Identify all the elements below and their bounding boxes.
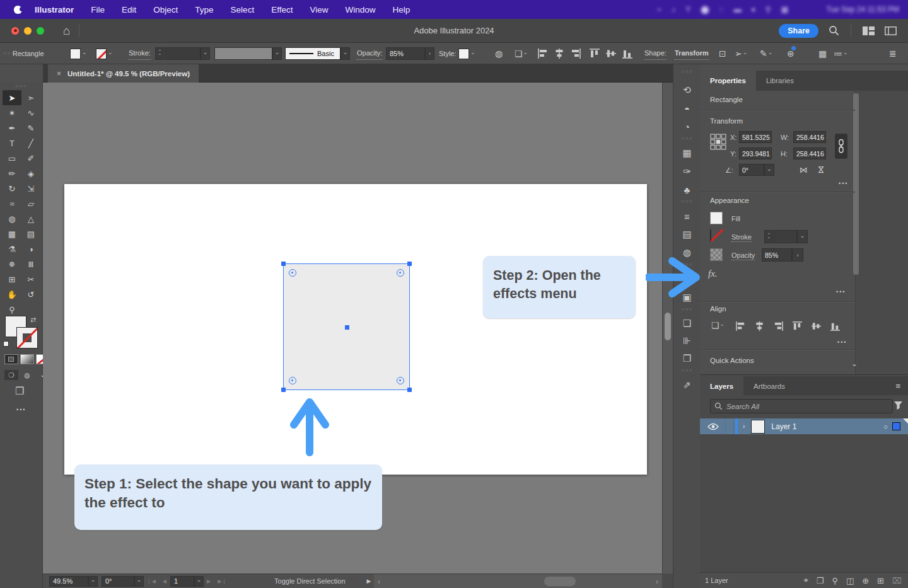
- corner-radius-widget-nw[interactable]: [289, 269, 296, 277]
- zoom-level-field[interactable]: 49.5%: [49, 576, 88, 587]
- apple-menu-icon[interactable]: [14, 6, 22, 14]
- tab-artboards[interactable]: Artboards: [743, 376, 795, 396]
- stroke-weight-stepper[interactable]: [764, 230, 774, 243]
- brushes-icon[interactable]: ✑: [678, 163, 696, 180]
- width-profile-dropdown[interactable]: [272, 47, 282, 60]
- eyedropper-tool[interactable]: ⚗: [3, 241, 21, 257]
- shape-link[interactable]: Shape:: [644, 47, 666, 60]
- pen-tool[interactable]: ✒: [3, 120, 21, 135]
- toolbar-grip[interactable]: [15, 84, 26, 89]
- scroll-right-arrow[interactable]: ›: [656, 577, 658, 586]
- new-sublayer-icon[interactable]: ⊕: [862, 576, 869, 585]
- column-graph-tool[interactable]: Ⅲ: [21, 257, 40, 272]
- stroke-indicator[interactable]: [16, 327, 38, 349]
- align-top-icon[interactable]: [589, 47, 600, 60]
- horizontal-scrollbar-thumb[interactable]: [544, 577, 576, 586]
- rectangle-tool[interactable]: ▭: [3, 151, 21, 166]
- dock-grip[interactable]: [678, 368, 696, 373]
- artboards-icon[interactable]: ❏: [678, 315, 696, 331]
- curvature-tool[interactable]: ✎: [21, 120, 40, 135]
- share-button[interactable]: Share: [779, 24, 818, 38]
- workspace-grid-icon[interactable]: ▦: [818, 47, 827, 60]
- stroke-color-button[interactable]: [96, 47, 113, 60]
- scale-tool[interactable]: ⇲: [21, 181, 40, 196]
- align-to-selection-icon[interactable]: ❏: [711, 320, 725, 330]
- perspective-grid-tool[interactable]: △: [21, 211, 40, 226]
- appearance-more-options[interactable]: [836, 289, 846, 295]
- fill-color-button[interactable]: [70, 47, 87, 60]
- variable-width-profile[interactable]: [214, 47, 272, 60]
- quick-edit-icon[interactable]: ✎: [760, 47, 772, 60]
- draw-normal-mode-button[interactable]: ❍: [4, 370, 18, 380]
- minimize-window-button[interactable]: [24, 27, 32, 35]
- align-right-icon[interactable]: [570, 47, 581, 60]
- gradient-icon[interactable]: ▤: [678, 226, 696, 243]
- edit-toolbar-icon[interactable]: [16, 406, 26, 413]
- fx-button[interactable]: fx.: [708, 268, 718, 279]
- opacity-field[interactable]: 85%: [386, 47, 425, 60]
- panel-layout-icon[interactable]: [885, 26, 897, 35]
- zoom-dropdown[interactable]: [88, 576, 98, 587]
- selection-tool[interactable]: ➤: [3, 90, 21, 105]
- panel-options-icon[interactable]: ≔: [834, 47, 848, 60]
- align-hcenter-icon[interactable]: [554, 47, 565, 60]
- width-tool[interactable]: ≈: [3, 196, 21, 211]
- stroke-weight-dropdown[interactable]: [797, 230, 808, 243]
- scroll-down-icon[interactable]: [851, 360, 858, 369]
- export-icon[interactable]: ⇗: [678, 377, 696, 393]
- panel-menu-icon[interactable]: ≡: [895, 381, 900, 391]
- gradient-tool[interactable]: ▤: [21, 226, 40, 241]
- line-segment-tool[interactable]: ╱: [21, 135, 40, 151]
- opacity-link[interactable]: Opacity:: [357, 47, 382, 60]
- bounding-box-icon[interactable]: ⊡: [719, 47, 726, 60]
- tab-layers[interactable]: Layers: [700, 376, 743, 396]
- rotation-dropdown[interactable]: [134, 576, 144, 587]
- dock-grip[interactable]: [678, 199, 696, 204]
- align-hcenter-icon[interactable]: [754, 321, 765, 331]
- magic-wand-tool[interactable]: ✶: [3, 105, 21, 120]
- selected-rectangle[interactable]: [283, 263, 410, 390]
- corner-radius-widget-ne[interactable]: [397, 269, 404, 277]
- corner-radius-widget-se[interactable]: [397, 377, 404, 384]
- selection-indicator[interactable]: [892, 422, 900, 430]
- w-field[interactable]: 258.4416: [793, 131, 826, 143]
- fill-swatch[interactable]: [710, 212, 723, 224]
- selection-handle-ne[interactable]: [407, 262, 412, 266]
- gradient-mode-button[interactable]: [20, 354, 34, 364]
- swatches-icon[interactable]: ▦: [678, 145, 696, 161]
- version-history-icon[interactable]: ⟲: [678, 82, 696, 98]
- menu-select[interactable]: Select: [231, 5, 255, 14]
- dock-grip[interactable]: [678, 307, 696, 312]
- zoom-window-button[interactable]: [37, 27, 44, 35]
- artboard-tool[interactable]: ⊞: [3, 272, 21, 287]
- brush-definition-dropdown[interactable]: Basic: [285, 47, 350, 60]
- delete-icon[interactable]: ⌧: [892, 576, 902, 585]
- home-icon[interactable]: ⌂: [63, 24, 70, 38]
- color-guide-icon[interactable]: ◔: [678, 118, 696, 135]
- properties-scrollbar-thumb[interactable]: [853, 93, 859, 275]
- document-setup-icon[interactable]: ❏: [515, 47, 528, 60]
- close-tab-icon[interactable]: ×: [57, 69, 61, 78]
- stroke-link[interactable]: Stroke:: [129, 47, 151, 60]
- collect-for-export-icon[interactable]: ❐: [817, 576, 824, 585]
- layer-thumbnail[interactable]: [751, 420, 765, 434]
- symbol-sprayer-tool[interactable]: ✵: [3, 257, 21, 272]
- mesh-tool[interactable]: ▦: [3, 226, 21, 241]
- transform-more-options[interactable]: [839, 180, 848, 187]
- direct-selection-tool[interactable]: ➣: [21, 90, 40, 105]
- scroll-left-arrow[interactable]: ‹: [378, 577, 380, 586]
- zoom-tool[interactable]: ⚲: [3, 302, 21, 317]
- default-fill-stroke-icon[interactable]: [3, 341, 9, 347]
- shaper-tool[interactable]: ✏: [3, 166, 21, 181]
- selection-handle-sw[interactable]: [281, 388, 286, 392]
- selection-handle-nw[interactable]: [281, 262, 286, 266]
- opacity-swatch[interactable]: [710, 248, 723, 261]
- artboard[interactable]: [64, 184, 647, 475]
- transform-link[interactable]: Transform: [675, 47, 709, 60]
- align-right-icon[interactable]: [773, 321, 784, 331]
- symbols-icon[interactable]: ♣: [678, 182, 696, 198]
- status-play-icon[interactable]: ▶: [367, 578, 371, 584]
- draw-behind-mode-button[interactable]: ◍: [20, 370, 34, 380]
- menu-file[interactable]: File: [91, 5, 105, 14]
- workspace-switcher-icon[interactable]: [863, 26, 875, 35]
